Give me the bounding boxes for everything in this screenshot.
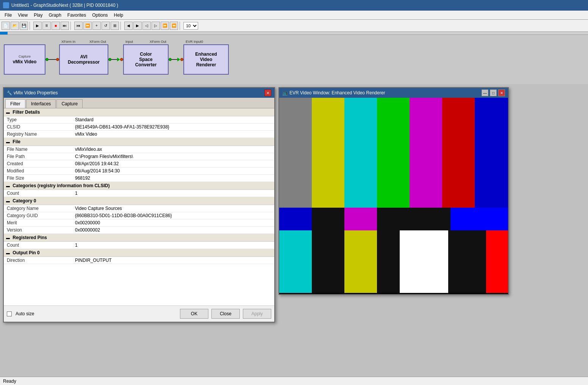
stop-button[interactable]: ■: [52, 22, 60, 30]
filter-node-avi[interactable]: XForm In XForm Out AVIDecompressor: [59, 44, 108, 75]
add-filter-button[interactable]: +: [92, 22, 101, 30]
menu-help[interactable]: Help: [111, 12, 127, 19]
apply-button[interactable]: Apply: [243, 309, 271, 319]
step-fwd-btn[interactable]: ⏩: [161, 22, 169, 30]
menu-play[interactable]: Play: [31, 12, 45, 19]
collapse-icon-pins: ▬: [6, 236, 10, 240]
pause-button[interactable]: ⏸: [42, 22, 51, 30]
section-filter-details: ▬ Filter Details: [4, 108, 274, 116]
sep2: [70, 22, 73, 30]
svg-rect-14: [344, 230, 377, 293]
svg-rect-8: [312, 208, 344, 230]
auto-size-checkbox[interactable]: [7, 311, 12, 316]
csc-xform-out-label: XForm Out: [150, 40, 166, 44]
evr-close-button[interactable]: ✕: [498, 89, 505, 96]
label-filepath: File Path: [4, 153, 72, 160]
play-button[interactable]: ▶: [33, 22, 42, 30]
ff-button[interactable]: ⏩: [83, 22, 92, 30]
csc-input-label: Input: [125, 40, 133, 44]
progress-bar-fill: [0, 32, 8, 34]
props-table: ▬ Filter Details Type Standard CLSID {8E…: [4, 108, 274, 264]
label-created: Created: [4, 160, 72, 167]
toolbar: 📄 📂 💾 ▶ ⏸ ■ ⏭ ⏮ ⏩ + ↺ ⊞ ◀ ▶ ◁ ▷ ⏩ ⏪ 10 5…: [0, 20, 588, 32]
properties-dialog: 🔧 vMix Video Properties ✕ Filter Interfa…: [3, 87, 275, 322]
menu-favorites[interactable]: Favorites: [64, 12, 89, 19]
label-pin-count: Count: [4, 242, 72, 249]
snap-button[interactable]: ⊞: [111, 22, 119, 30]
evr-title: EVR Video Window: Enhanced Video Rendere…: [289, 90, 385, 95]
svg-rect-13: [312, 230, 344, 293]
label-cat-count: Count: [4, 190, 72, 197]
color-bars-svg: [279, 98, 508, 293]
row-clsid: CLSID {8E14549A-DB61-4309-AFA1-3578E927E…: [4, 124, 274, 131]
section-name: Filter Details: [13, 110, 40, 115]
label-modified: Modified: [4, 167, 72, 175]
collapse-icon-pin0: ▬: [6, 251, 10, 255]
back-btn[interactable]: ◀: [124, 22, 133, 30]
fwd-btn[interactable]: ▶: [133, 22, 142, 30]
value-registry: vMix Video: [72, 131, 274, 138]
menu-options[interactable]: Options: [89, 12, 111, 19]
row-filepath: File Path C:\Program Files\vMix\filters\: [4, 153, 274, 160]
step-back-btn[interactable]: ⏪: [170, 22, 178, 30]
menu-file[interactable]: File: [2, 12, 15, 19]
collapse-icon-cat0: ▬: [6, 199, 10, 203]
label-registry: Registry Name: [4, 131, 72, 138]
sep4: [180, 22, 182, 30]
filter-node-csc[interactable]: Input XForm Out ColorSpaceConverter: [123, 44, 169, 75]
rate-select[interactable]: 10 5 25: [183, 22, 198, 30]
value-filename: vMixVideo.ax: [72, 146, 274, 153]
value-pin-count: 1: [72, 242, 274, 249]
tab-capture[interactable]: Capture: [56, 99, 83, 108]
svg-rect-4: [410, 98, 442, 208]
svg-rect-9: [344, 208, 377, 230]
section-categories-name: Categories (registry information from CL…: [13, 183, 109, 188]
rewind-button[interactable]: ⏮: [74, 22, 83, 30]
title-bar: Untitled1 - GraphStudioNext ( 32Bit | PI…: [0, 0, 588, 11]
open-button[interactable]: 📂: [11, 22, 19, 30]
connector-line1: [48, 59, 56, 60]
section-pin0-name: Output Pin 0: [13, 250, 39, 255]
vmix-name: vMix Video: [13, 59, 36, 64]
section-output-pin0: ▬ Output Pin 0: [4, 249, 274, 257]
auto-size-label: Auto size: [16, 311, 34, 316]
row-direction: Direction PINDIR_OUTPUT: [4, 257, 274, 264]
section-pins: ▬ Registered Pins: [4, 234, 274, 242]
save-button[interactable]: 💾: [20, 22, 28, 30]
avi-xform-in-label: XForm In: [61, 40, 75, 44]
filter-node-evr[interactable]: EVR Input0 EnhancedVideoRenderer: [183, 44, 229, 75]
progress-bar-container: [0, 32, 588, 35]
props-container[interactable]: ▬ Filter Details Type Standard CLSID {8E…: [4, 108, 274, 305]
csc-name: ColorSpaceConverter: [135, 52, 157, 67]
app-title: Untitled1 - GraphStudioNext ( 32Bit | PI…: [11, 3, 118, 8]
tab-interfaces[interactable]: Interfaces: [26, 99, 56, 108]
svg-rect-10: [377, 208, 450, 230]
next-btn[interactable]: ▷: [152, 22, 160, 30]
color-bars-container: [279, 98, 508, 294]
connector-line2: [111, 59, 117, 60]
loop-button[interactable]: ↺: [102, 22, 110, 30]
section-pins-name: Registered Pins: [13, 235, 47, 240]
new-button[interactable]: 📄: [2, 22, 10, 30]
section-category0: ▬ Category 0: [4, 197, 274, 205]
row-cat-count: Count 1: [4, 190, 274, 197]
evr-minimize-button[interactable]: —: [482, 89, 488, 96]
svg-rect-12: [279, 230, 312, 293]
filter-node-vmix[interactable]: Capture vMix Video: [4, 44, 45, 75]
evr-maximize-button[interactable]: □: [490, 89, 497, 96]
svg-rect-0: [279, 98, 312, 208]
avi-in-pin: [56, 58, 59, 61]
menu-graph[interactable]: Graph: [45, 12, 64, 19]
ok-button[interactable]: OK: [180, 309, 208, 319]
close-button[interactable]: Close: [211, 309, 240, 319]
sep1: [30, 22, 32, 30]
tab-filter[interactable]: Filter: [5, 99, 25, 108]
step-button[interactable]: ⏭: [61, 22, 69, 30]
prev-btn[interactable]: ◁: [142, 22, 151, 30]
section-categories: ▬ Categories (registry information from …: [4, 182, 274, 190]
menu-view[interactable]: View: [15, 12, 31, 19]
svg-rect-3: [377, 98, 410, 208]
collapse-icon-file: ▬: [6, 140, 10, 144]
dialog-close-button[interactable]: ✕: [264, 89, 271, 96]
dialog-title-bar: 🔧 vMix Video Properties ✕: [4, 88, 274, 98]
